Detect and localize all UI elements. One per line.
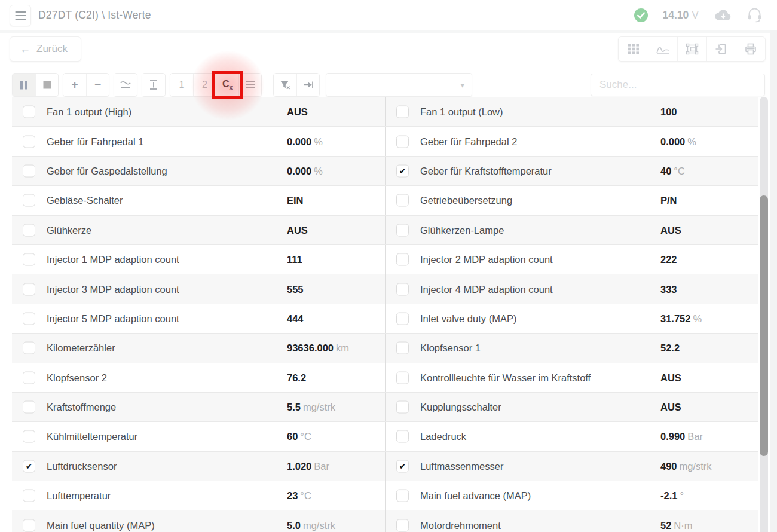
smooth-group xyxy=(114,73,137,97)
selection-view-button[interactable] xyxy=(677,37,706,61)
param-unit: °C xyxy=(300,431,311,442)
chart-view-button[interactable] xyxy=(648,37,677,61)
param-reading: AUS xyxy=(287,224,310,236)
battery-voltage: 14.10 V xyxy=(663,9,699,22)
param-cell: Kupplungsschalter AUS xyxy=(385,393,758,421)
row-checkbox[interactable] xyxy=(396,253,409,266)
parameter-group-dropdown[interactable]: ▾ xyxy=(326,73,472,97)
arrow-to-end-icon xyxy=(302,80,314,90)
param-reading: 444 xyxy=(287,313,306,324)
back-button-label: Zurück xyxy=(36,43,68,55)
row-checkbox[interactable] xyxy=(396,312,409,325)
filter-group xyxy=(273,73,320,97)
row-checkbox[interactable] xyxy=(396,135,409,148)
diagnostic-app-window: D27DT (C2I) \ Ist-Werte 14.10 V ← Zurück xyxy=(0,0,777,532)
scrollbar-thumb[interactable] xyxy=(760,195,768,456)
row-checkbox[interactable] xyxy=(396,224,409,236)
row-checkbox[interactable] xyxy=(396,283,409,295)
vertical-scrollbar[interactable] xyxy=(760,97,768,532)
smooth-curve-button[interactable] xyxy=(114,74,137,96)
zoom-in-button[interactable]: + xyxy=(63,74,86,96)
param-reading: AUS xyxy=(660,224,684,236)
param-unit: % xyxy=(687,136,696,146)
param-cell: Kilometerzähler 93636.000km xyxy=(12,334,385,362)
row-checkbox[interactable] xyxy=(23,460,35,472)
table-row: Injector 3 MDP adaption count 555 Inject… xyxy=(12,274,758,304)
row-checkbox[interactable] xyxy=(23,430,35,443)
param-label: Geber für Fahrpedal 1 xyxy=(47,136,143,147)
row-checkbox[interactable] xyxy=(396,401,409,414)
import-view-button[interactable] xyxy=(706,37,736,61)
row-checkbox[interactable] xyxy=(396,164,409,177)
filter-x-icon xyxy=(279,80,291,90)
param-unit: Bar xyxy=(687,431,703,442)
headset-icon[interactable] xyxy=(747,7,763,23)
clear-values-button[interactable]: Cx xyxy=(216,74,238,96)
param-reading: 23°C xyxy=(287,490,311,502)
voltage-unit: V xyxy=(692,9,699,22)
row-checkbox[interactable] xyxy=(23,135,35,148)
row-checkbox[interactable] xyxy=(23,490,35,502)
param-reading: 555 xyxy=(287,283,306,295)
list-view-button[interactable] xyxy=(238,74,261,96)
row-checkbox[interactable] xyxy=(396,106,409,118)
param-cell: Geber für Gaspedalstellung 0.000% xyxy=(12,157,385,185)
print-button[interactable] xyxy=(736,37,765,61)
row-checkbox[interactable] xyxy=(23,164,35,177)
scroll-to-end-button[interactable] xyxy=(296,74,319,96)
row-checkbox[interactable] xyxy=(396,490,409,502)
stop-button[interactable] xyxy=(35,74,58,96)
row-checkbox[interactable] xyxy=(396,460,409,472)
row-checkbox[interactable] xyxy=(396,194,409,207)
param-reading: AUS xyxy=(660,372,684,383)
param-value: 100 xyxy=(660,106,677,117)
param-label: Geber für Gaspedalstellung xyxy=(47,165,167,176)
hamburger-icon xyxy=(15,11,26,20)
param-value: 0.000 xyxy=(287,136,311,146)
param-cell: Inlet valve duty (MAP) 31.752% xyxy=(385,304,758,333)
param-value: 0.000 xyxy=(287,165,311,176)
param-label: Luftmassenmesser xyxy=(420,460,503,472)
search-input[interactable] xyxy=(591,74,765,96)
row-checkbox[interactable] xyxy=(23,253,35,266)
param-label: Ladedruck xyxy=(420,431,466,442)
row-checkbox[interactable] xyxy=(23,283,35,295)
clear-values-icon: Cx xyxy=(222,79,233,91)
param-value: -2.1 xyxy=(660,490,677,501)
row-checkbox[interactable] xyxy=(23,519,35,531)
fit-vertical-button[interactable] xyxy=(142,74,165,96)
row-checkbox[interactable] xyxy=(23,194,35,207)
page-1-button[interactable]: 1 xyxy=(170,74,193,96)
param-cell: Glühkerze AUS xyxy=(12,216,385,244)
voltage-value: 14.10 xyxy=(663,9,689,22)
record-toolbar: + − 1 2 Cx xyxy=(12,72,765,97)
row-checkbox[interactable] xyxy=(23,106,35,118)
param-value: 444 xyxy=(287,313,304,323)
table-row: Injector 5 MDP adaption count 444 Inlet … xyxy=(12,304,758,334)
param-reading: -2.1° xyxy=(660,490,684,502)
row-checkbox[interactable] xyxy=(23,342,35,354)
row-checkbox[interactable] xyxy=(396,430,409,443)
cloud-download-icon[interactable] xyxy=(714,8,732,22)
main-menu-button[interactable] xyxy=(10,5,31,26)
window-gutter xyxy=(770,30,777,532)
param-value: 0.000 xyxy=(660,136,685,146)
pause-button[interactable] xyxy=(13,74,35,96)
param-cell: Injector 4 MDP adaption count 333 xyxy=(385,274,758,303)
param-reading: 100 xyxy=(660,106,680,118)
back-button[interactable]: ← Zurück xyxy=(10,36,81,62)
row-checkbox[interactable] xyxy=(396,371,409,384)
row-checkbox[interactable] xyxy=(396,519,409,531)
zoom-out-button[interactable]: − xyxy=(86,74,109,96)
check-circle-icon xyxy=(634,8,648,22)
row-checkbox[interactable] xyxy=(23,401,35,414)
row-checkbox[interactable] xyxy=(23,312,35,325)
row-checkbox[interactable] xyxy=(23,224,35,236)
table-row: Fan 1 output (High) AUS Fan 1 output (Lo… xyxy=(12,97,758,127)
clear-filter-button[interactable] xyxy=(274,74,296,96)
row-checkbox[interactable] xyxy=(23,371,35,384)
zoom-group: + − xyxy=(63,73,109,97)
row-checkbox[interactable] xyxy=(396,342,409,354)
grid-view-button[interactable] xyxy=(619,37,648,61)
page-2-button[interactable]: 2 xyxy=(193,74,216,96)
